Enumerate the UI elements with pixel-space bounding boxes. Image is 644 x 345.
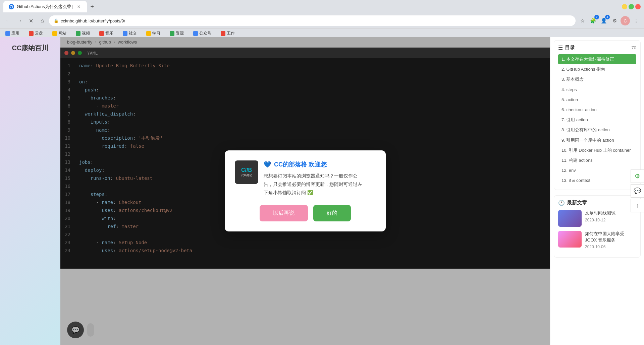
lock-icon: 🔒	[54, 18, 59, 23]
articles-header: 🕐 最新文章	[558, 200, 636, 206]
extension-badge: 7	[594, 15, 599, 19]
toc-item-1[interactable]: 1. 本文存在大量纠漏待修正	[558, 54, 636, 64]
settings-icon[interactable]: ⚙	[610, 16, 619, 25]
bookmark-wechat[interactable]: 公众号	[191, 30, 213, 37]
article-item-1[interactable]: 文章时间线测试 2020-10-12	[558, 210, 636, 227]
user-avatar: C	[621, 16, 630, 25]
bookmark-cloud[interactable]: 云盘	[27, 30, 45, 37]
music-bookmark-label: 音乐	[105, 30, 113, 36]
address-text: ccknbc.github.io/butterfly/posts/9/	[61, 18, 571, 23]
later-button[interactable]: 以后再说	[260, 205, 308, 221]
new-tab-button[interactable]: +	[87, 1, 98, 12]
article-date-1: 2020-10-12	[585, 218, 636, 222]
social-bookmark-icon	[123, 31, 127, 36]
window-controls: — □ ✕	[622, 4, 641, 9]
tab-bar: Github Actions为什么这么香 | ✕ +	[3, 1, 98, 13]
social-bookmark-label: 社交	[129, 30, 137, 36]
minimize-button[interactable]: —	[622, 4, 627, 9]
page-content: CC康纳百川 blog-butterfly › github › workflo…	[0, 37, 644, 345]
article-date-2: 2020-10-06	[585, 245, 636, 249]
bookmark-website[interactable]: 网站	[50, 30, 68, 37]
bookmark-apps[interactable]: 应用	[3, 30, 21, 37]
more-menu-icon[interactable]: ⋮	[631, 16, 641, 25]
articles-title: 最新文章	[567, 200, 587, 206]
modal-logo-inner: C//B 代码笔记	[235, 160, 258, 184]
right-action-buttons: ⚙ 💬 ↑	[631, 169, 644, 212]
close-button[interactable]: ✕	[635, 4, 641, 9]
extensions-icon[interactable]: 🧩 7	[588, 16, 598, 25]
toc-item-3[interactable]: 3. 基本概念	[558, 74, 636, 84]
video-bookmark-icon	[76, 31, 80, 36]
toc-box: ☰ 目录 70 1. 本文存在大量纠漏待修正 2. GitHub Actions…	[554, 40, 641, 190]
forward-button[interactable]: →	[15, 16, 24, 25]
settings-action-button[interactable]: ⚙	[631, 169, 644, 183]
scroll-top-button[interactable]: ↑	[631, 199, 644, 212]
active-tab[interactable]: Github Actions为什么这么香 | ✕	[3, 1, 87, 12]
check-icon: ✅	[307, 190, 313, 195]
modal-buttons: 以后再说 好的	[235, 205, 376, 221]
modal-logo: C//B 代码笔记	[235, 160, 258, 184]
bookmark-study[interactable]: 学习	[144, 30, 162, 37]
toc-item-7[interactable]: 7. 引用 action	[558, 115, 636, 125]
toc-count: 70	[632, 45, 636, 50]
modal-overlay: C//B 代码笔记 💙 CC的部落格 欢迎您 您想要订阅本站的浏览器通知吗？一般…	[60, 37, 550, 345]
home-button[interactable]: ⌂	[38, 16, 47, 25]
left-sidebar: CC康纳百川	[0, 37, 60, 345]
profile-icon[interactable]: 👤 4	[599, 16, 608, 25]
right-sidebar: ☰ 目录 70 1. 本文存在大量纠漏待修正 2. GitHub Actions…	[550, 37, 644, 345]
nav-icons: ☆ 🧩 7 👤 4 ⚙ C ⋮	[578, 16, 641, 25]
main-content: blog-butterfly › github › workflows YAML…	[60, 37, 550, 345]
music-bookmark-icon	[99, 31, 104, 36]
toc-item-10[interactable]: 10. 引用 Docker Hub 上的 container	[558, 145, 636, 155]
toc-item-8[interactable]: 8. 引用公有库中的 action	[558, 125, 636, 135]
bookmark-video[interactable]: 视频	[74, 30, 92, 37]
ok-button[interactable]: 好的	[313, 205, 351, 221]
title-bar: Github Actions为什么这么香 | ✕ + — □ ✕	[0, 0, 644, 13]
bookmark-resources[interactable]: 资源	[168, 30, 186, 37]
modal-body: 您想要订阅本站的浏览器通知吗？一般仅作公 告，只会推送必要的博客更新，您随时可通…	[264, 172, 376, 197]
user-account-icon[interactable]: C	[621, 16, 630, 25]
toc-item-5[interactable]: 5. action	[558, 95, 636, 105]
resources-bookmark-label: 资源	[176, 30, 184, 36]
study-bookmark-label: 学习	[152, 30, 160, 36]
toc-item-11[interactable]: 11. 构建 actions	[558, 155, 636, 165]
bookmark-work[interactable]: 工作	[219, 30, 237, 37]
article-title-2: 如何在中国大陆享受 JOOX 音乐服务	[585, 231, 636, 243]
profile-badge: 4	[605, 15, 610, 19]
article-info-1: 文章时间线测试 2020-10-12	[585, 210, 636, 227]
site-logo: CC康纳百川	[3, 44, 57, 53]
heart-icon: 💙	[264, 161, 271, 168]
maximize-button[interactable]: □	[629, 4, 634, 9]
address-bar[interactable]: 🔒 ccknbc.github.io/butterfly/posts/9/	[49, 15, 576, 26]
toc-item-9[interactable]: 9. 引用同一个库中的 action	[558, 135, 636, 145]
tab-favicon	[9, 4, 14, 9]
toc-item-2[interactable]: 2. GitHub Actions 指南	[558, 64, 636, 74]
modal-top-section: C//B 代码笔记 💙 CC的部落格 欢迎您 您想要订阅本站的浏览器通知吗？一般…	[235, 160, 376, 197]
bookmark-star-icon[interactable]: ☆	[578, 16, 587, 25]
bookmark-music[interactable]: 音乐	[97, 30, 115, 37]
toc-item-12[interactable]: 12. env	[558, 165, 636, 176]
toc-title: 目录	[565, 45, 575, 51]
article-item-2[interactable]: 如何在中国大陆享受 JOOX 音乐服务 2020-10-06	[558, 231, 636, 249]
article-thumb-1	[558, 210, 582, 227]
apps-bookmark-label: 应用	[11, 30, 19, 36]
cloud-bookmark-icon	[29, 31, 34, 36]
subscription-modal: C//B 代码笔记 💙 CC的部落格 欢迎您 您想要订阅本站的浏览器通知吗？一般…	[225, 150, 386, 232]
toc-item-6[interactable]: 6. checkout action	[558, 105, 636, 115]
bookmark-social[interactable]: 社交	[121, 30, 139, 37]
browser-chrome: Github Actions为什么这么香 | ✕ + — □ ✕ ← → ✕ ⌂…	[0, 0, 644, 37]
toc-item-13[interactable]: 13. if & context	[558, 176, 636, 186]
cloud-bookmark-label: 云盘	[35, 30, 43, 36]
work-bookmark-icon	[221, 31, 225, 36]
tab-close-button[interactable]: ✕	[76, 4, 82, 9]
nav-bar: ← → ✕ ⌂ 🔒 ccknbc.github.io/butterfly/pos…	[0, 13, 644, 28]
toc-item-4[interactable]: 4. steps	[558, 85, 636, 95]
reload-button[interactable]: ✕	[26, 16, 36, 25]
modal-logo-text: C//B 代码笔记	[241, 167, 252, 177]
article-info-2: 如何在中国大陆享受 JOOX 音乐服务 2020-10-06	[585, 231, 636, 249]
articles-box: 🕐 最新文章 文章时间线测试 2020-10-12 如何在中国大陆享受 JOOX…	[554, 195, 641, 257]
back-button[interactable]: ←	[3, 16, 13, 25]
article-thumb-2	[558, 231, 582, 248]
comment-action-button[interactable]: 💬	[631, 184, 644, 198]
article-thumb-img-1	[558, 210, 582, 227]
